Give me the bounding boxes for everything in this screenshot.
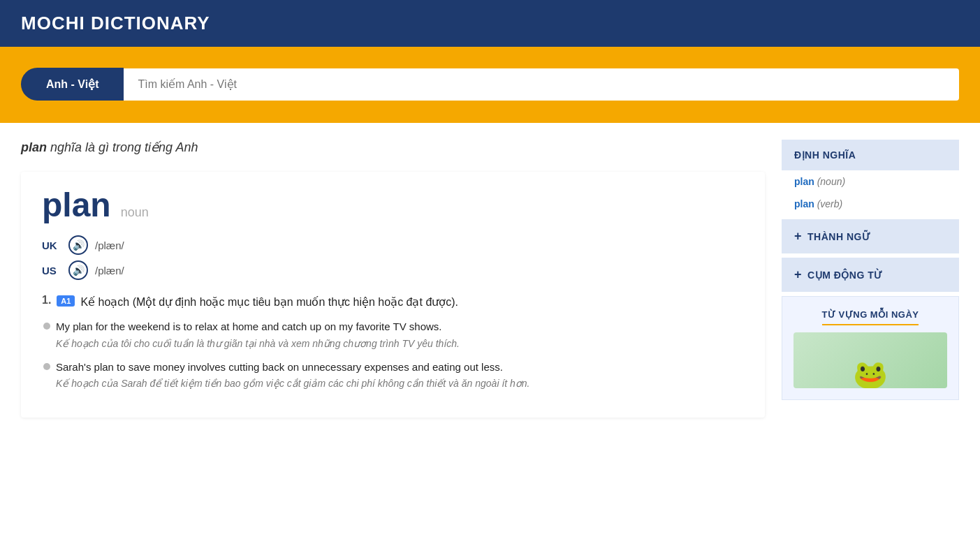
word-card: plan noun UK 🔊 /plæn/ US 🔊 /plæn/: [21, 172, 765, 418]
sidebar-thanh-ngu-section: + THÀNH NGỮ: [782, 219, 959, 253]
def-num-1: 1.: [42, 294, 51, 307]
example-vi-1: Kế hoạch của tôi cho cuối tuần là thư gi…: [56, 337, 744, 351]
search-area: Anh - Việt: [0, 55, 980, 113]
search-input-wrapper: [124, 68, 959, 101]
phonetic-ipa-uk: /plæn/: [95, 239, 124, 251]
content-area: plan nghĩa là gì trong tiếng Anh plan no…: [21, 140, 765, 418]
phonetic-row-uk: UK 🔊 /plæn/: [42, 235, 744, 255]
sidebar-cum-dong-tu-section: + CỤM ĐỘNG TỪ: [782, 258, 959, 292]
sidebar-thanh-ngu-header[interactable]: + THÀNH NGỮ: [782, 219, 959, 253]
speaker-btn-us[interactable]: 🔊: [68, 260, 88, 280]
def-header-1: 1. A1 Kế hoạch (Một dự định hoặc mục tiê…: [42, 294, 744, 311]
phonetic-ipa-us: /plæn/: [95, 265, 124, 276]
definition-section: 1. A1 Kế hoạch (Một dự định hoặc mục tiê…: [42, 294, 744, 391]
example-vi-2: Kế hoạch của Sarah để tiết kiệm tiền bao…: [56, 376, 744, 391]
sidebar-daily-vocab-section: TỪ VỰNG MỖI NGÀY 🐸: [782, 296, 959, 400]
yellow-bar-bottom: [0, 113, 980, 123]
phonetic-label-us: US: [42, 265, 61, 276]
app-title: MOCHI DICTIONARY: [21, 13, 959, 34]
word-pos: noun: [121, 205, 149, 220]
language-tab[interactable]: Anh - Việt: [21, 68, 124, 101]
speaker-btn-uk[interactable]: 🔊: [68, 235, 88, 255]
sidebar-link-plan-verb[interactable]: plan (verb): [782, 193, 959, 215]
sidebar-link-plan-noun-pos: (noun): [817, 176, 845, 187]
sidebar-link-plan-verb-pos: (verb): [817, 198, 843, 209]
daily-vocab-image: 🐸: [793, 332, 947, 388]
title-rest: nghĩa là gì trong tiếng Anh: [47, 140, 198, 154]
speaker-icon-uk: 🔊: [73, 239, 85, 251]
header: MOCHI DICTIONARY: [0, 0, 980, 47]
plus-icon-cum-dong-tu: +: [794, 267, 802, 282]
daily-vocab-title-wrapper: TỪ VỰNG MỖI NGÀY: [793, 308, 947, 332]
daily-vocab-title: TỪ VỰNG MỖI NGÀY: [822, 309, 919, 325]
level-badge-1: A1: [57, 295, 75, 307]
word-main: plan: [42, 186, 111, 224]
example-item-1: My plan for the weekend is to relax at h…: [56, 319, 744, 351]
sidebar-link-plan-verb-word: plan: [794, 198, 814, 209]
sidebar-cum-dong-tu-label: CỤM ĐỘNG TỪ: [807, 270, 883, 281]
def-text-1: Kế hoạch (Một dự định hoặc mục tiêu bạn …: [80, 294, 458, 311]
sidebar-link-plan-noun-word: plan: [794, 176, 814, 187]
plus-icon-thanh-ngu: +: [794, 229, 802, 244]
phonetic-label-uk: UK: [42, 239, 61, 251]
yellow-bar-top: [0, 47, 980, 55]
example-item-2: Sarah's plan to save money involves cutt…: [56, 360, 744, 392]
example-list-1: My plan for the weekend is to relax at h…: [42, 319, 744, 391]
cartoon-icon: 🐸: [853, 360, 888, 388]
def-item-1: 1. A1 Kế hoạch (Một dự định hoặc mục tiê…: [42, 294, 744, 391]
sidebar-dinh-nghia-header: ĐỊNH NGHĨA: [782, 140, 959, 170]
phonetic-row-us: US 🔊 /plæn/: [42, 260, 744, 280]
sidebar-link-plan-noun[interactable]: plan (noun): [782, 170, 959, 193]
word-in-title: plan: [21, 140, 47, 154]
sidebar-dinh-nghia-section: ĐỊNH NGHĨA plan (noun) plan (verb): [782, 140, 959, 215]
speaker-icon-us: 🔊: [73, 265, 85, 276]
sidebar-cum-dong-tu-header[interactable]: + CỤM ĐỘNG TỪ: [782, 258, 959, 292]
word-heading: plan noun: [42, 186, 744, 224]
page-title: plan nghĩa là gì trong tiếng Anh: [21, 140, 765, 155]
example-en-1: My plan for the weekend is to relax at h…: [56, 319, 744, 335]
search-input[interactable]: [124, 68, 959, 101]
sidebar-thanh-ngu-label: THÀNH NGỮ: [807, 231, 870, 242]
main-layout: plan nghĩa là gì trong tiếng Anh plan no…: [0, 123, 980, 434]
example-en-2: Sarah's plan to save money involves cutt…: [56, 360, 744, 376]
sidebar: ĐỊNH NGHĨA plan (noun) plan (verb) + THÀ…: [782, 140, 959, 418]
